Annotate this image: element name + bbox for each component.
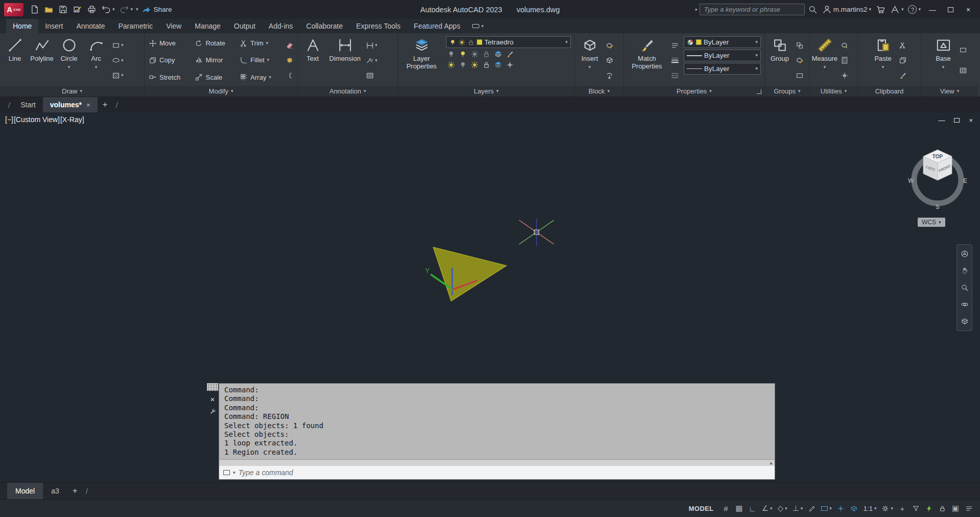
chevron-down-icon[interactable]: ▾ — [496, 89, 499, 93]
chevron-down-icon[interactable]: ▾ — [95, 65, 98, 69]
cut-button[interactable] — [898, 41, 908, 50]
chevron-down-icon[interactable]: ▾ — [957, 89, 960, 93]
chevron-down-icon[interactable]: ▾ — [785, 506, 787, 511]
chevron-down-icon[interactable]: ▾ — [80, 89, 82, 93]
command-history[interactable]: Command: Command: Command: Command: REGI… — [219, 384, 775, 459]
new-layout-button[interactable]: + — [67, 483, 83, 499]
tab-express-tools[interactable]: Express Tools — [349, 19, 407, 33]
chevron-down-icon[interactable]: ▾ — [121, 58, 124, 63]
selection-window-icon[interactable]: ▾ — [819, 502, 834, 515]
tab-annotate[interactable]: Annotate — [69, 19, 111, 33]
workspace-gear-button[interactable]: ▾ — [879, 502, 895, 515]
command-scrollbar[interactable]: ▲ — [219, 459, 775, 466]
measure-button[interactable]: Measure▾ — [811, 35, 838, 86]
autodesk-apps-button[interactable]: ▾ — [889, 3, 905, 16]
leader-button[interactable]: ▾ — [365, 56, 379, 65]
ungroup-button[interactable] — [795, 41, 805, 50]
chevron-down-icon[interactable]: ▾ — [267, 58, 270, 62]
search-expand-chevron-icon[interactable]: ▸ — [695, 7, 698, 12]
lock-ui-icon[interactable] — [936, 502, 948, 515]
dimension-button[interactable]: Dimension — [326, 35, 363, 86]
chevron-down-icon[interactable]: ▾ — [882, 65, 884, 69]
tab-insert[interactable]: Insert — [38, 19, 69, 33]
layer-lock-button[interactable] — [481, 50, 492, 59]
customization-menu-icon[interactable] — [963, 502, 975, 515]
chevron-down-icon[interactable]: ▾ — [939, 220, 941, 225]
linetype-dropdown[interactable]: ByLayer ▾ — [684, 63, 761, 75]
chevron-down-icon[interactable]: ▾ — [755, 66, 758, 71]
match-layer-button[interactable] — [505, 50, 515, 59]
line-button[interactable]: Line — [2, 35, 28, 86]
layer-unlock-button[interactable] — [481, 60, 492, 69]
chevron-down-icon[interactable]: ▾ — [269, 75, 271, 80]
tab-parametric[interactable]: Parametric — [111, 19, 159, 33]
lineweight-dropdown[interactable]: ByLayer ▾ — [684, 50, 761, 61]
chevron-down-icon[interactable]: ▾ — [942, 65, 945, 69]
fillet-button[interactable]: Fillet▾ — [237, 52, 283, 68]
save-button[interactable] — [57, 3, 69, 16]
match-properties-small-button[interactable] — [898, 71, 908, 80]
tab-manage[interactable]: Manage — [188, 19, 227, 33]
chevron-down-icon[interactable]: ▾ — [755, 40, 758, 44]
dynamic-ucs-icon[interactable] — [848, 502, 860, 515]
layer-previous-button[interactable] — [493, 60, 503, 69]
open-file-button[interactable] — [42, 3, 55, 16]
object-color-list-button[interactable] — [670, 41, 680, 50]
tab-a3[interactable]: a3 — [43, 483, 67, 499]
arc-button[interactable]: Arc▾ — [83, 35, 109, 86]
view-cube[interactable]: W S E TOP LEFT FRONT — [898, 139, 974, 216]
chevron-down-icon[interactable]: ▾ — [755, 53, 758, 58]
layer-off-button[interactable] — [446, 50, 456, 59]
ellipse-button[interactable]: ▾ — [111, 56, 125, 65]
chevron-down-icon[interactable]: ▾ — [891, 506, 893, 511]
linetype-list-button[interactable] — [670, 71, 680, 80]
table-button[interactable] — [365, 71, 375, 80]
chevron-down-icon[interactable]: ▾ — [918, 7, 921, 12]
zoom-button[interactable] — [959, 282, 970, 293]
tab-collaborate[interactable]: Collaborate — [299, 19, 349, 33]
close-tab-icon[interactable]: × — [86, 101, 90, 109]
layer-walk-button[interactable] — [505, 60, 515, 69]
orbit-button[interactable] — [959, 299, 970, 310]
tab-view[interactable]: View — [159, 19, 188, 33]
dialog-launcher-icon[interactable] — [757, 89, 761, 94]
panel-label-view[interactable]: View▾ — [921, 86, 978, 97]
scroll-up-icon[interactable]: ▲ — [769, 461, 773, 465]
panel-label-modify[interactable]: Modify▾ — [145, 86, 297, 97]
erase-button[interactable] — [285, 41, 295, 50]
viewcube-east-label[interactable]: E — [963, 177, 967, 184]
wrench-icon[interactable] — [208, 408, 217, 416]
command-close-icon[interactable]: × — [211, 395, 215, 403]
lineweight-list-button[interactable] — [670, 56, 680, 65]
right-angle-icon[interactable]: ∟ — [746, 502, 759, 515]
scale-button[interactable]: Scale — [192, 69, 237, 86]
tetrahedron-region[interactable] — [433, 247, 506, 301]
chevron-down-icon[interactable]: ▾ — [709, 89, 712, 93]
panel-label-properties[interactable]: Properties▾ — [624, 86, 764, 97]
viewport-minimize-icon[interactable]: — — [938, 116, 945, 124]
group-edit-button[interactable] — [795, 56, 805, 65]
chevron-down-icon[interactable]: ▾ — [481, 24, 484, 29]
osnap-3d-icon[interactable] — [835, 502, 847, 515]
search-button[interactable] — [806, 3, 819, 16]
match-properties-button[interactable]: Match Properties — [625, 35, 668, 86]
chevron-down-icon[interactable]: ▾ — [770, 506, 773, 511]
panel-label-utilities[interactable]: Utilities▾ — [810, 86, 857, 97]
copy-button[interactable]: Copy — [146, 52, 192, 68]
object-snap-icon[interactable]: ⊥▾ — [790, 502, 805, 515]
layer-isolate-button[interactable] — [458, 50, 468, 59]
explode-button[interactable] — [285, 56, 295, 65]
app-store-button[interactable] — [874, 3, 887, 16]
chevron-down-icon[interactable]: ▾ — [131, 7, 133, 12]
layer-on-button[interactable] — [446, 60, 456, 69]
search-input[interactable] — [699, 4, 805, 15]
drawing-area[interactable]: Y [−] [Custom View] [X-Ray] — × W S E — [0, 112, 980, 482]
chevron-down-icon[interactable]: ▾ — [266, 41, 269, 45]
chevron-down-icon[interactable]: ▾ — [608, 89, 610, 93]
chevron-down-icon[interactable]: ▾ — [375, 43, 378, 48]
tab-volumes[interactable]: volumes*× — [43, 97, 98, 112]
view-list-button[interactable] — [958, 66, 968, 75]
filter-funnel-icon[interactable] — [909, 502, 922, 515]
move-button[interactable]: Move — [146, 35, 192, 52]
pencil-icon[interactable] — [806, 502, 818, 515]
